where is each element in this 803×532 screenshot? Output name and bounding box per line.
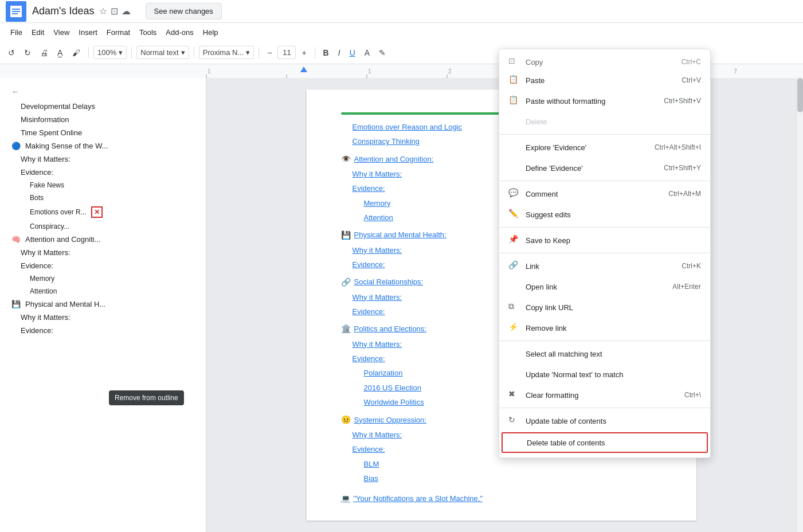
main-layout: ← Developmental Delays Misinformation Ti… bbox=[0, 78, 803, 532]
toc-attention-header[interactable]: Attention and Cognition: bbox=[354, 152, 434, 166]
delete-icon bbox=[508, 116, 520, 127]
sidebar-outline: ← Developmental Delays Misinformation Ti… bbox=[0, 78, 206, 532]
menu-item-view[interactable]: View bbox=[49, 26, 74, 39]
font-size-increase[interactable]: + bbox=[298, 46, 310, 60]
ctx-divider-6 bbox=[499, 408, 710, 408]
outline-item-conspiracy[interactable]: Conspiracy... bbox=[0, 220, 206, 233]
highlight-button[interactable]: ✎ bbox=[375, 46, 389, 60]
toc-blm[interactable]: BLM bbox=[364, 457, 662, 471]
ctx-link[interactable]: 🔗 Link Ctrl+K bbox=[499, 256, 710, 276]
outline-item-misinformation[interactable]: Misinformation bbox=[0, 113, 206, 126]
ctx-clear-format[interactable]: ✖ Clear formatting Ctrl+\ bbox=[499, 385, 710, 405]
outline-item-memory[interactable]: Memory bbox=[0, 272, 206, 285]
outline-item-emotions[interactable]: Emotions over R... ✕ bbox=[0, 204, 206, 220]
star-icon[interactable]: ☆ bbox=[99, 6, 107, 17]
undo-button[interactable]: ↺ bbox=[5, 46, 18, 60]
svg-rect-2 bbox=[12, 9, 20, 10]
clear-format-icon: ✖ bbox=[508, 389, 520, 401]
zoom-dropdown[interactable]: 100% ▾ bbox=[93, 46, 127, 59]
ctx-open-link[interactable]: Open link Alt+Enter bbox=[499, 276, 710, 297]
copy-link-icon: ⧉ bbox=[508, 302, 520, 313]
font-dropdown[interactable]: Proxima N... ▾ bbox=[199, 46, 254, 59]
ctx-delete: Delete bbox=[499, 111, 710, 132]
context-menu: ⊡ Copy Ctrl+C 📋 Paste Ctrl+V 📋 Paste wit… bbox=[499, 49, 711, 458]
outline-item-attention[interactable]: 🧠Attention and Cogniti... bbox=[0, 233, 206, 246]
app-icon bbox=[6, 1, 26, 22]
ctx-select-match[interactable]: Select all matching text bbox=[499, 343, 710, 364]
toolbar-separator-1 bbox=[88, 47, 89, 58]
doc-title[interactable]: Adam's Ideas bbox=[32, 5, 95, 17]
toc-physical-header[interactable]: Physical and Mental Health: bbox=[354, 228, 446, 241]
italic-button[interactable]: I bbox=[335, 46, 344, 60]
outline-item-time-spent[interactable]: Time Spent Online bbox=[0, 126, 206, 139]
ctx-divider-4 bbox=[499, 253, 710, 253]
ctx-divider-2 bbox=[499, 181, 710, 181]
define-icon bbox=[508, 162, 520, 174]
outline-item-evidence-3[interactable]: Evidence: bbox=[0, 324, 206, 337]
outline-item-fake-news[interactable]: Fake News bbox=[0, 179, 206, 191]
scrollbar-area[interactable] bbox=[796, 78, 803, 532]
sidebar-back-button[interactable]: ← bbox=[0, 84, 206, 100]
menu-item-format[interactable]: Format bbox=[102, 26, 135, 39]
toolbar-separator-2 bbox=[131, 47, 132, 58]
ctx-comment[interactable]: 💬 Comment Ctrl+Alt+M bbox=[499, 183, 710, 204]
toc-bias[interactable]: Bias bbox=[364, 472, 662, 485]
folder-icon[interactable]: ⊡ bbox=[111, 6, 118, 17]
menu-item-add-ons[interactable]: Add-ons bbox=[161, 26, 198, 39]
cloud-icon[interactable]: ☁ bbox=[122, 6, 131, 17]
normal-text-dropdown[interactable]: Normal text ▾ bbox=[136, 46, 189, 59]
outline-item-physical[interactable]: 💾Physical and Mental H... bbox=[0, 298, 206, 311]
see-new-changes-button[interactable]: See new changes bbox=[146, 3, 222, 19]
toc-slot-machine-link[interactable]: "Your Notifications are a Slot Machine," bbox=[354, 492, 483, 505]
remove-from-outline-button[interactable]: ✕ bbox=[91, 206, 103, 218]
redo-button[interactable]: ↻ bbox=[21, 46, 34, 60]
menu-item-file[interactable]: File bbox=[6, 26, 27, 39]
menu-item-edit[interactable]: Edit bbox=[27, 26, 49, 39]
outline-item-making-sense[interactable]: 🔵Making Sense of the W... bbox=[0, 139, 206, 152]
ctx-save-keep[interactable]: 📌 Save to Keep bbox=[499, 230, 710, 251]
ctx-update-toc[interactable]: ↻ Update table of contents bbox=[499, 410, 710, 431]
scroll-thumb[interactable] bbox=[797, 78, 803, 112]
outline-item-why-matters-1[interactable]: Why it Matters: bbox=[0, 152, 206, 166]
ctx-paste-no-format[interactable]: 📋 Paste without formatting Ctrl+Shift+V bbox=[499, 91, 710, 111]
ctx-define[interactable]: Define 'Evidence' Ctrl+Shift+Y bbox=[499, 158, 710, 178]
outline-item-developmental-delays[interactable]: Developmental Delays bbox=[0, 100, 206, 113]
toolbar-separator-5 bbox=[315, 47, 315, 58]
outline-item-bots[interactable]: Bots bbox=[0, 191, 206, 204]
svg-text:1: 1 bbox=[207, 68, 211, 75]
spellcheck-button[interactable]: A̲ bbox=[54, 46, 66, 60]
ctx-update-match[interactable]: Update 'Normal text' to match bbox=[499, 364, 710, 385]
ctx-delete-toc[interactable]: Delete table of contents bbox=[502, 432, 708, 453]
svg-rect-3 bbox=[12, 11, 20, 12]
toc-social-header[interactable]: Social Relationships: bbox=[354, 275, 424, 288]
outline-item-why-matters-2[interactable]: Why it Matters: bbox=[0, 246, 206, 259]
ctx-copy[interactable]: ⊡ Copy Ctrl+C bbox=[499, 52, 710, 70]
ctx-paste[interactable]: 📋 Paste Ctrl+V bbox=[499, 70, 710, 91]
toolbar-separator-3 bbox=[194, 47, 194, 58]
ctx-copy-link[interactable]: ⧉ Copy link URL bbox=[499, 297, 710, 318]
menu-item-help[interactable]: Help bbox=[198, 26, 223, 39]
text-color-button[interactable]: A bbox=[361, 46, 373, 60]
explore-icon bbox=[508, 142, 520, 153]
outline-item-attention[interactable]: Attention bbox=[0, 285, 206, 298]
bold-button[interactable]: B bbox=[320, 46, 332, 60]
font-size-input[interactable]: 11 bbox=[277, 46, 296, 59]
paste-icon: 📋 bbox=[508, 75, 520, 86]
toc-politics-header[interactable]: Politics and Elections: bbox=[354, 322, 426, 335]
outline-item-why-matters-3[interactable]: Why it Matters: bbox=[0, 311, 206, 324]
select-match-icon bbox=[508, 348, 520, 359]
toc-systemic-header[interactable]: Systemic Oppression: bbox=[354, 413, 426, 427]
ctx-explore[interactable]: Explore 'Evidence' Ctrl+Alt+Shift+I bbox=[499, 137, 710, 158]
menu-item-tools[interactable]: Tools bbox=[135, 26, 161, 39]
outline-item-evidence-2[interactable]: Evidence: bbox=[0, 259, 206, 272]
menu-item-insert[interactable]: Insert bbox=[74, 26, 102, 39]
outline-item-evidence-1[interactable]: Evidence: bbox=[0, 166, 206, 179]
ctx-suggest[interactable]: ✏️ Suggest edits bbox=[499, 204, 710, 225]
format-paint-button[interactable]: 🖌 bbox=[69, 46, 84, 60]
keep-icon: 📌 bbox=[508, 234, 520, 246]
print-button[interactable]: 🖨 bbox=[37, 46, 52, 60]
underline-button[interactable]: U bbox=[346, 46, 359, 60]
ctx-remove-link[interactable]: ⚡ Remove link bbox=[499, 318, 710, 338]
back-arrow-icon: ← bbox=[11, 87, 19, 96]
font-size-decrease[interactable]: − bbox=[264, 46, 275, 60]
